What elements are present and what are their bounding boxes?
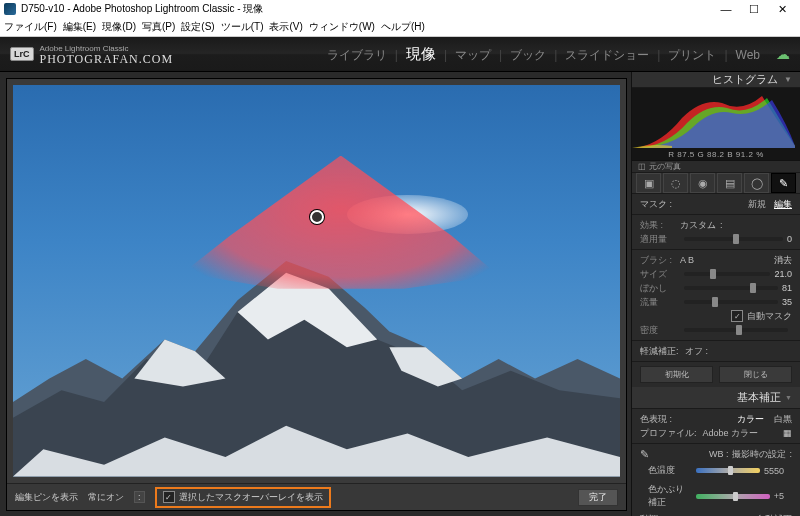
mask-overlay-label: 選択したマスクオーバーレイを表示 <box>179 491 323 504</box>
menu-tools[interactable]: ツール(T) <box>221 20 264 34</box>
gradient-tool-icon[interactable]: ▤ <box>717 173 742 193</box>
spot-tool-icon[interactable]: ◌ <box>663 173 688 193</box>
profile-value[interactable]: Adobe カラー <box>703 427 759 440</box>
brush-size-value: 21.0 <box>774 269 792 279</box>
tab-library[interactable]: ライブラリ <box>327 47 387 64</box>
brush-flow-label: 流量 <box>640 296 680 309</box>
brush-size-label: サイズ <box>640 268 680 281</box>
image-canvas[interactable] <box>13 85 620 477</box>
radial-tool-icon[interactable]: ◯ <box>744 173 769 193</box>
tab-map[interactable]: マップ <box>455 47 491 64</box>
cloud-sync-icon[interactable]: ☁ <box>776 46 790 62</box>
brush-flow-value: 35 <box>782 297 792 307</box>
effect-preset[interactable]: カスタム <box>680 219 716 232</box>
edit-pin-label: 編集ピンを表示 <box>15 491 78 504</box>
wb-dropdown-icon[interactable]: : <box>789 449 792 459</box>
temp-slider[interactable] <box>696 468 760 473</box>
temp-label: 色温度 <box>648 464 692 477</box>
pin-mode-dropdown[interactable]: : <box>134 491 145 503</box>
tool-strip: ▣ ◌ ◉ ▤ ◯ ✎ <box>632 173 800 194</box>
brush-density-label: 密度 <box>640 324 680 337</box>
menu-file[interactable]: ファイル(F) <box>4 20 57 34</box>
menu-develop[interactable]: 現像(D) <box>102 20 136 34</box>
chevron-down-icon: ▼ <box>785 394 792 401</box>
original-photo-label[interactable]: 元の写真 <box>649 161 681 172</box>
profile-label: プロファイル: <box>640 427 697 440</box>
chevron-down-icon: ▼ <box>784 75 792 84</box>
histogram-readout: R 87.5 G 88.2 B 91.2 % <box>632 150 800 159</box>
tab-print[interactable]: プリント <box>668 47 716 64</box>
mask-overlay-toggle[interactable]: ✓ 選択したマスクオーバーレイを表示 <box>155 487 331 508</box>
menu-window[interactable]: ウィンドウ(W) <box>309 20 375 34</box>
close-button[interactable]: ✕ <box>768 3 796 16</box>
basic-panel-header[interactable]: 基本補正 ▼ <box>632 387 800 409</box>
automask-checkbox[interactable]: ✓ <box>731 310 743 322</box>
lrc-badge: LrC <box>10 47 34 61</box>
treatment-label: 色表現 : <box>640 413 672 426</box>
brush-feather-value: 81 <box>782 283 792 293</box>
brush-erase[interactable]: 消去 <box>774 254 792 267</box>
effect-label: 効果 : <box>640 219 680 232</box>
wb-label: WB : <box>709 449 729 459</box>
tab-slideshow[interactable]: スライドショー <box>565 47 649 64</box>
profile-browse-icon[interactable]: ▦ <box>783 428 792 438</box>
brush-reset-button[interactable]: 初期化 <box>640 366 713 383</box>
menu-edit[interactable]: 編集(E) <box>63 20 96 34</box>
feather-amt-mode[interactable]: オフ <box>685 345 703 358</box>
minimize-button[interactable]: — <box>712 3 740 15</box>
automask-label: 自動マスク <box>747 310 792 323</box>
temp-value: 5550 <box>764 466 784 476</box>
brand-name: PHOTOGRAFAN.COM <box>40 54 174 64</box>
crop-tool-icon[interactable]: ▣ <box>636 173 661 193</box>
brush-label: ブラシ : <box>640 254 680 267</box>
histogram[interactable]: R 87.5 G 88.2 B 91.2 % <box>632 88 800 161</box>
eyedropper-icon[interactable]: ✎ <box>640 448 649 461</box>
brush-size-slider[interactable] <box>684 272 770 276</box>
menu-photo[interactable]: 写真(P) <box>142 20 175 34</box>
window-title: D750-v10 - Adobe Photoshop Lightroom Cla… <box>21 2 712 16</box>
module-tabs: ライブラリ| 現像| マップ| ブック| スライドショー| プリント| Web … <box>327 45 790 64</box>
mask-label: マスク : <box>640 198 672 211</box>
menu-settings[interactable]: 設定(S) <box>181 20 214 34</box>
menu-help[interactable]: ヘルプ(H) <box>381 20 425 34</box>
brush-ab[interactable]: A B <box>680 255 694 265</box>
redeye-tool-icon[interactable]: ◉ <box>690 173 715 193</box>
brush-close-button[interactable]: 閉じる <box>719 366 792 383</box>
done-button[interactable]: 完了 <box>578 489 618 506</box>
tint-label: 色かぶり補正 <box>648 483 692 509</box>
brush-feather-label: ぼかし <box>640 282 680 295</box>
brush-tool-icon[interactable]: ✎ <box>771 173 796 193</box>
mask-edit[interactable]: 編集 <box>774 198 792 211</box>
feather-dropdown-icon[interactable]: : <box>706 346 709 356</box>
wb-value[interactable]: 撮影時の設定 <box>732 448 786 461</box>
treatment-bw[interactable]: 白黒 <box>774 413 792 426</box>
opacity-slider[interactable] <box>684 237 783 241</box>
auto-tone-button[interactable]: 自動補正 <box>756 513 792 517</box>
edit-pin-mode[interactable]: 常にオン <box>88 491 124 504</box>
mask-new[interactable]: 新規 <box>748 198 766 211</box>
effect-dropdown-icon[interactable]: : <box>720 220 723 230</box>
opacity-label: 適用量 <box>640 233 680 246</box>
menubar: ファイル(F) 編集(E) 現像(D) 写真(P) 設定(S) ツール(T) 表… <box>0 18 800 37</box>
tone-label: 階調 <box>640 513 658 517</box>
brand: Adobe Lightroom Classic PHOTOGRAFAN.COM <box>40 44 174 64</box>
mask-overlay-checkbox[interactable]: ✓ <box>163 491 175 503</box>
tab-book[interactable]: ブック <box>510 47 546 64</box>
app-icon <box>4 3 16 15</box>
tint-value: +5 <box>774 491 784 501</box>
brush-flow-slider[interactable] <box>684 300 778 304</box>
opacity-value: 0 <box>787 234 792 244</box>
maximize-button[interactable]: ☐ <box>740 3 768 16</box>
treatment-color[interactable]: カラー <box>737 413 764 426</box>
tab-web[interactable]: Web <box>736 48 760 62</box>
brush-feather-slider[interactable] <box>684 286 778 290</box>
histogram-panel-header[interactable]: ヒストグラム ▼ <box>632 72 800 88</box>
tab-develop[interactable]: 現像 <box>406 45 436 64</box>
feather-amt-label: 軽減補正: <box>640 345 679 358</box>
menu-view[interactable]: 表示(V) <box>269 20 302 34</box>
tint-slider[interactable] <box>696 494 770 499</box>
brush-density-slider[interactable] <box>684 328 788 332</box>
